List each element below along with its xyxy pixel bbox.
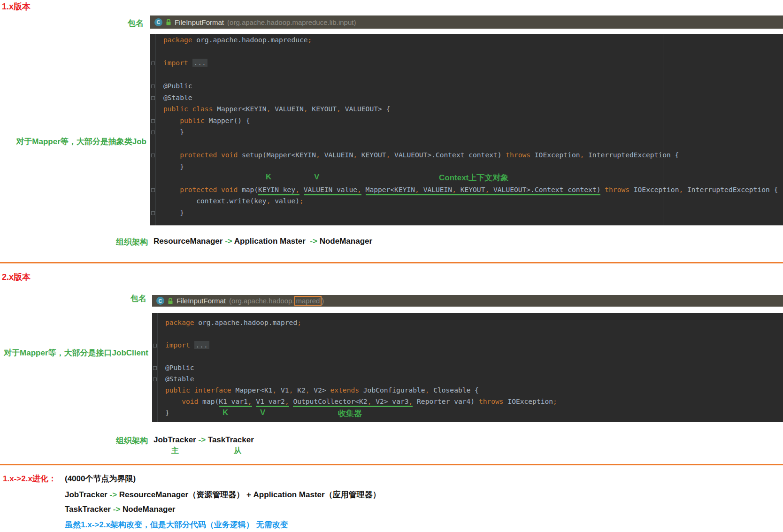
path-prefix: (org.apache.hadoop. (229, 297, 294, 305)
code-token: , (452, 185, 456, 195)
architecture-label-1: 组织架构 (0, 237, 148, 247)
code-token (600, 185, 605, 193)
path-suffix: ) (322, 297, 324, 305)
class-icon: C (156, 297, 164, 305)
package-name-label-2: 包名 (0, 293, 146, 304)
evolution-conclusion: 虽然1.x->2.x架构改变，但是大部分代码（业务逻辑） 无需改变 (65, 519, 288, 530)
code-token: org.apache.hadoop.mapreduce (192, 36, 308, 44)
code-token: , (357, 185, 361, 195)
arch-node: NodeManager (320, 237, 372, 246)
code-token: ; (553, 397, 557, 405)
code-token: , (580, 151, 584, 159)
code-token (361, 185, 366, 193)
code-token: , (679, 185, 683, 193)
code-line: } (152, 407, 783, 418)
code-token: InterruptedException { (683, 185, 778, 193)
code-line: @Stable (152, 373, 783, 385)
code-token: VALUEIN value (304, 185, 357, 195)
code-token: ; (308, 36, 312, 44)
code-token: map( (198, 397, 219, 405)
evolution-heading: 1.x->2.x进化： (3, 473, 56, 484)
code-token: } (165, 409, 169, 416)
code-token (190, 341, 194, 349)
code-token: VALUEOUT> { (341, 105, 390, 113)
code-line: public class Mapper<KEYIN, VALUEIN, KEYO… (150, 103, 783, 115)
code-token: ... (194, 341, 209, 349)
code-token: VALUEOUT>.Context context) (489, 185, 600, 195)
code-line (150, 46, 783, 58)
code-token: @Public (163, 82, 192, 90)
lock-icon (168, 298, 173, 304)
code-token: VALUEOUT>.Context context) (390, 151, 506, 159)
architecture-label-2: 组织架构 (0, 435, 148, 446)
code-token: IOException (504, 397, 553, 405)
evo-extra: Application Master（应用管理器） (253, 490, 381, 499)
code-token: public interface (165, 386, 231, 394)
code-token: V1 (276, 386, 289, 394)
ide-tab-header-1[interactable]: C FileInputFormat (org.apache.hadoop.map… (150, 15, 783, 29)
annotation-key-1: K (266, 172, 271, 182)
code-token (165, 397, 182, 405)
evolution-line-tasktracker: TaskTracker -> NodeManager (65, 505, 175, 514)
annotation-key-2: K (223, 408, 228, 417)
code-token: extends (330, 386, 360, 394)
code-token: , (306, 386, 310, 394)
code-line: context.write(key, value); (150, 195, 783, 207)
arch-node: ResourceManager (154, 237, 223, 246)
arrow-icon: -> (225, 237, 232, 246)
evo-from: TaskTracker (65, 505, 111, 514)
code-token (299, 185, 304, 193)
lock-icon (166, 19, 171, 25)
code-line: protected void setup(Mapper<KEYIN, VALUE… (150, 149, 783, 161)
code-editor-2x[interactable]: package org.apache.hadoop.mapred; import… (152, 313, 783, 422)
code-token: IOException (629, 185, 679, 193)
code-line: import ... (150, 57, 783, 69)
code-token: KEYOUT (456, 185, 485, 195)
code-line: @Stable (150, 92, 783, 104)
code-token: JobConfigurable (359, 386, 425, 394)
notes-page: 1.x版本 包名 C FileInputFormat (org.apache.h… (0, 0, 783, 532)
code-token: , (285, 397, 289, 407)
code-token: K2 (293, 386, 305, 394)
ide-tab-header-2[interactable]: C FileInputFormat (org.apache.hadoop.map… (152, 295, 783, 307)
arch-node: Application Master (234, 237, 306, 246)
code-token: package (165, 318, 194, 326)
arrow-icon: -> (198, 435, 206, 444)
code-line: @Public (150, 80, 783, 92)
plus-sign: + (246, 490, 251, 499)
editor-tab-package-path: (org.apache.hadoop.mapreduce.lib.input) (227, 18, 356, 26)
package-name-label-1: 包名 (0, 18, 144, 29)
code-line: package org.apache.hadoop.mapred; (152, 317, 783, 328)
section-2x-heading: 2.x版本 (2, 271, 31, 283)
code-token: throws (479, 397, 504, 405)
code-line (152, 351, 783, 362)
code-token: value) (270, 197, 299, 205)
code-token: } (163, 128, 184, 136)
code-token: , (337, 105, 341, 113)
code-line (150, 138, 783, 150)
code-token (163, 151, 180, 159)
code-token: @Stable (165, 375, 194, 383)
code-token: ... (192, 59, 207, 67)
code-token: Mapper<KEYIN (366, 185, 415, 195)
master-label: 主 (171, 446, 179, 456)
evo-to: ResourceManager（资源管理器） (119, 490, 244, 499)
code-token: , (409, 397, 413, 407)
code-token: KEYOUT (308, 105, 337, 113)
code-token: KEYIN key (258, 185, 295, 195)
evo-from: JobTracker (65, 490, 107, 499)
code-line: } (150, 161, 783, 173)
code-line: protected void map(KEYIN key, VALUEIN va… (150, 184, 783, 196)
code-token: Mapper() { (205, 116, 250, 124)
code-token: V1 var2 (256, 397, 285, 407)
code-token: VALUEIN (419, 185, 452, 195)
arch-node: TaskTracker (208, 435, 254, 444)
code-editor-1x[interactable]: package org.apache.hadoop.mapreduce; imp… (150, 34, 783, 225)
code-token: ; (297, 318, 301, 326)
code-token: void (182, 397, 198, 405)
code-line (150, 69, 783, 81)
code-line (152, 328, 783, 339)
code-line: public interface Mapper<K1, V1, K2, V2> … (152, 385, 783, 396)
code-token: public class (163, 105, 213, 113)
code-token: , (295, 185, 299, 195)
